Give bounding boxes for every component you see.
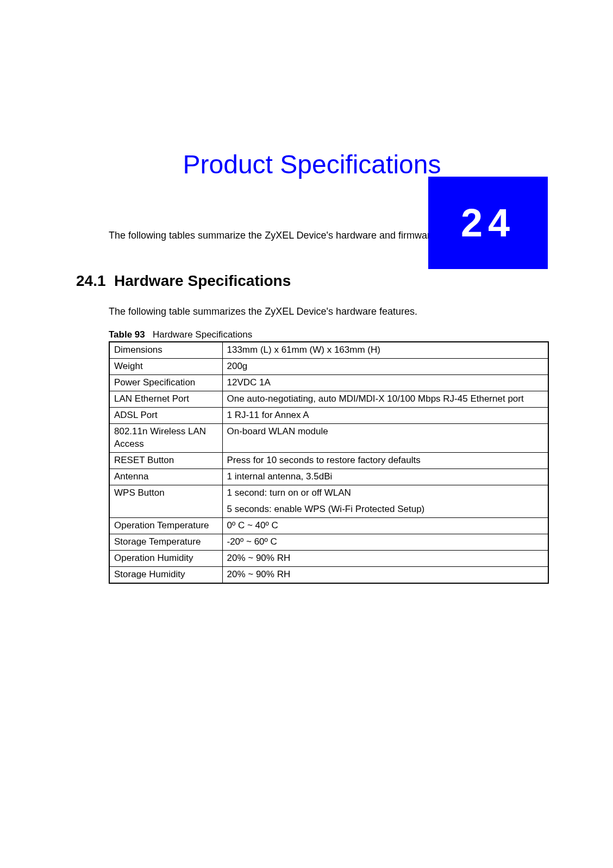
table-caption: Table 93 Hardware Specifications — [109, 329, 548, 340]
section-intro-text: The following table summarizes the ZyXEL… — [109, 306, 548, 317]
table-row: Dimensions133mm (L) x 61mm (W) x 163mm (… — [109, 342, 548, 358]
spec-label: Weight — [109, 359, 222, 375]
spec-table: Dimensions133mm (L) x 61mm (W) x 163mm (… — [109, 341, 549, 584]
spec-value: 133mm (L) x 61mm (W) x 163mm (H) — [222, 342, 548, 358]
table-row: Operation Temperature0º C ~ 40º C — [109, 518, 548, 534]
spec-label: Operation Humidity — [109, 551, 222, 567]
spec-label: Power Specification — [109, 374, 222, 391]
spec-value: On-board WLAN module — [222, 423, 548, 452]
spec-label: RESET Button — [109, 452, 222, 469]
table-row: WPS Button1 second: turn on or off WLAN5… — [109, 485, 548, 518]
table-row: LAN Ethernet PortOne auto-negotiating, a… — [109, 391, 548, 407]
spec-label: LAN Ethernet Port — [109, 391, 222, 407]
spec-value-line: 1 second: turn on or off WLAN — [227, 487, 544, 499]
spec-value: 1 internal antenna, 3.5dBi — [222, 469, 548, 485]
table-row: Antenna1 internal antenna, 3.5dBi — [109, 469, 548, 485]
section-heading: 24.1 Hardware Specifications — [76, 272, 548, 290]
chapter-badge: 24 — [428, 177, 548, 269]
spec-value: -20º ~ 60º C — [222, 534, 548, 551]
table-row: Weight200g — [109, 359, 548, 375]
spec-label: Dimensions — [109, 342, 222, 358]
spec-value: One auto-negotiating, auto MDI/MDI-X 10/… — [222, 391, 548, 407]
spec-value: 0º C ~ 40º C — [222, 518, 548, 534]
chapter-title: Product Specifications — [76, 149, 548, 179]
page-container: 24 Product Specifications The following … — [0, 149, 613, 868]
spec-value: 20% ~ 90% RH — [222, 567, 548, 583]
spec-label: ADSL Port — [109, 407, 222, 423]
table-row: Operation Humidity20% ~ 90% RH — [109, 551, 548, 567]
spec-table-body: Dimensions133mm (L) x 61mm (W) x 163mm (… — [109, 342, 548, 583]
spec-label: 802.11n Wireless LAN Access — [109, 423, 222, 452]
table-row: 802.11n Wireless LAN AccessOn-board WLAN… — [109, 423, 548, 452]
section-title: Hardware Specifications — [114, 272, 291, 289]
spec-value: 1 RJ-11 for Annex A — [222, 407, 548, 423]
spec-value: Press for 10 seconds to restore factory … — [222, 452, 548, 469]
spec-value: 1 second: turn on or off WLAN5 seconds: … — [222, 485, 548, 518]
spec-value-line: 5 seconds: enable WPS (Wi-Fi Protected S… — [227, 503, 544, 516]
spec-value: 20% ~ 90% RH — [222, 551, 548, 567]
table-row: Storage Humidity20% ~ 90% RH — [109, 567, 548, 583]
table-caption-text: Hardware Specifications — [153, 329, 252, 340]
spec-label: WPS Button — [109, 485, 222, 518]
section-number: 24.1 — [76, 272, 106, 289]
table-row: ADSL Port1 RJ-11 for Annex A — [109, 407, 548, 423]
table-row: RESET ButtonPress for 10 seconds to rest… — [109, 452, 548, 469]
chapter-number: 24 — [461, 201, 515, 245]
spec-value: 200g — [222, 359, 548, 375]
spec-label: Operation Temperature — [109, 518, 222, 534]
spec-label: Antenna — [109, 469, 222, 485]
table-caption-label: Table 93 — [109, 329, 145, 340]
chapter-number-text: 24 — [461, 201, 515, 245]
table-row: Power Specification12VDC 1A — [109, 374, 548, 391]
table-row: Storage Temperature-20º ~ 60º C — [109, 534, 548, 551]
spec-label: Storage Humidity — [109, 567, 222, 583]
spec-value: 12VDC 1A — [222, 374, 548, 391]
spec-label: Storage Temperature — [109, 534, 222, 551]
